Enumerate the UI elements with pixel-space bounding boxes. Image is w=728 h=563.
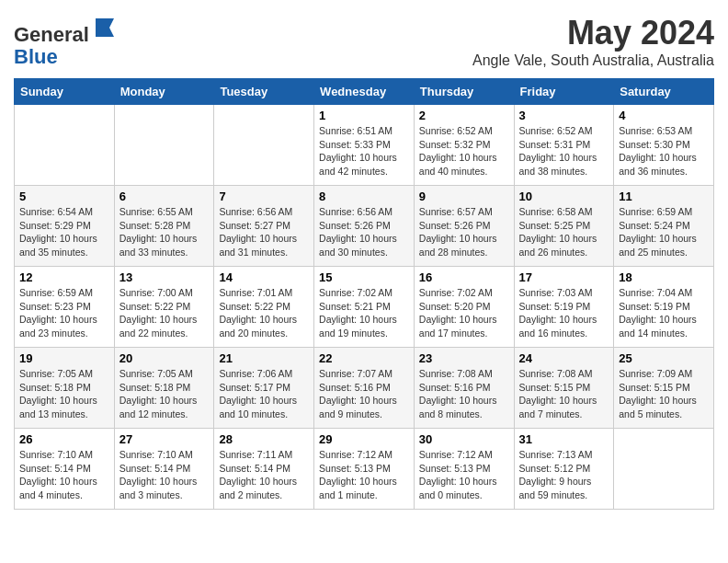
calendar-cell: 20Sunrise: 7:05 AM Sunset: 5:18 PM Dayli… (114, 348, 214, 429)
day-number: 12 (19, 270, 109, 284)
location: Angle Vale, South Australia, Australia (472, 52, 714, 69)
day-number: 7 (219, 190, 309, 203)
calendar-cell (114, 105, 214, 186)
calendar-cell: 25Sunrise: 7:09 AM Sunset: 5:15 PM Dayli… (614, 348, 714, 429)
day-info: Sunrise: 7:04 AM Sunset: 5:19 PM Dayligh… (619, 286, 709, 340)
calendar-cell: 14Sunrise: 7:01 AM Sunset: 5:22 PM Dayli… (214, 267, 314, 348)
day-info: Sunrise: 7:06 AM Sunset: 5:17 PM Dayligh… (219, 367, 309, 421)
calendar-cell: 24Sunrise: 7:08 AM Sunset: 5:15 PM Dayli… (514, 348, 614, 429)
day-number: 14 (219, 270, 309, 284)
calendar-cell: 2Sunrise: 6:52 AM Sunset: 5:32 PM Daylig… (414, 105, 514, 186)
calendar-week-4: 19Sunrise: 7:05 AM Sunset: 5:18 PM Dayli… (15, 348, 714, 429)
calendar-cell: 5Sunrise: 6:54 AM Sunset: 5:29 PM Daylig… (15, 186, 115, 267)
day-number: 20 (119, 351, 210, 365)
day-info: Sunrise: 6:59 AM Sunset: 5:24 PM Dayligh… (619, 205, 709, 259)
day-number: 26 (19, 432, 109, 446)
day-info: Sunrise: 7:03 AM Sunset: 5:19 PM Dayligh… (519, 286, 609, 340)
day-number: 22 (319, 351, 409, 365)
col-saturday: Saturday (614, 79, 714, 105)
day-info: Sunrise: 6:58 AM Sunset: 5:25 PM Dayligh… (519, 205, 609, 259)
day-number: 8 (319, 190, 409, 203)
day-info: Sunrise: 6:52 AM Sunset: 5:31 PM Dayligh… (519, 124, 609, 178)
calendar-cell (614, 429, 714, 510)
calendar-cell (15, 105, 115, 186)
calendar-cell: 3Sunrise: 6:52 AM Sunset: 5:31 PM Daylig… (514, 105, 614, 186)
day-number: 1 (319, 109, 409, 122)
calendar-cell: 28Sunrise: 7:11 AM Sunset: 5:14 PM Dayli… (214, 429, 314, 510)
calendar-table: Sunday Monday Tuesday Wednesday Thursday… (14, 78, 714, 510)
calendar-week-2: 5Sunrise: 6:54 AM Sunset: 5:29 PM Daylig… (15, 186, 714, 267)
calendar-cell: 16Sunrise: 7:02 AM Sunset: 5:20 PM Dayli… (414, 267, 514, 348)
day-info: Sunrise: 6:56 AM Sunset: 5:26 PM Dayligh… (319, 205, 409, 259)
col-monday: Monday (114, 79, 214, 105)
day-number: 30 (419, 432, 509, 446)
day-info: Sunrise: 7:11 AM Sunset: 5:14 PM Dayligh… (219, 448, 309, 502)
day-info: Sunrise: 7:09 AM Sunset: 5:15 PM Dayligh… (619, 367, 709, 421)
day-info: Sunrise: 7:07 AM Sunset: 5:16 PM Dayligh… (319, 367, 409, 421)
logo-general: General (14, 23, 89, 46)
day-number: 31 (519, 432, 609, 446)
calendar-cell: 9Sunrise: 6:57 AM Sunset: 5:26 PM Daylig… (414, 186, 514, 267)
day-number: 25 (619, 351, 709, 365)
day-info: Sunrise: 6:56 AM Sunset: 5:27 PM Dayligh… (219, 205, 309, 259)
day-number: 21 (219, 351, 309, 365)
calendar-cell: 27Sunrise: 7:10 AM Sunset: 5:14 PM Dayli… (114, 429, 214, 510)
calendar-week-5: 26Sunrise: 7:10 AM Sunset: 5:14 PM Dayli… (15, 429, 714, 510)
calendar-cell: 18Sunrise: 7:04 AM Sunset: 5:19 PM Dayli… (614, 267, 714, 348)
day-number: 9 (419, 190, 509, 203)
day-info: Sunrise: 6:59 AM Sunset: 5:23 PM Dayligh… (19, 286, 109, 340)
day-info: Sunrise: 7:01 AM Sunset: 5:22 PM Dayligh… (219, 286, 309, 340)
day-info: Sunrise: 7:10 AM Sunset: 5:14 PM Dayligh… (19, 448, 109, 502)
day-info: Sunrise: 7:05 AM Sunset: 5:18 PM Dayligh… (119, 367, 210, 421)
day-info: Sunrise: 7:02 AM Sunset: 5:20 PM Dayligh… (419, 286, 509, 340)
calendar-cell: 26Sunrise: 7:10 AM Sunset: 5:14 PM Dayli… (15, 429, 115, 510)
calendar-cell (214, 105, 314, 186)
calendar-cell: 29Sunrise: 7:12 AM Sunset: 5:13 PM Dayli… (314, 429, 415, 510)
day-number: 5 (19, 190, 109, 203)
calendar-cell: 7Sunrise: 6:56 AM Sunset: 5:27 PM Daylig… (214, 186, 314, 267)
day-info: Sunrise: 7:08 AM Sunset: 5:16 PM Dayligh… (419, 367, 509, 421)
col-friday: Friday (514, 79, 614, 105)
calendar-cell: 30Sunrise: 7:12 AM Sunset: 5:13 PM Dayli… (414, 429, 514, 510)
calendar-cell: 8Sunrise: 6:56 AM Sunset: 5:26 PM Daylig… (314, 186, 415, 267)
day-number: 28 (219, 432, 309, 446)
header-row: Sunday Monday Tuesday Wednesday Thursday… (15, 79, 714, 105)
title-block: May 2024 Angle Vale, South Australia, Au… (472, 14, 714, 69)
day-number: 19 (19, 351, 109, 365)
logo-blue: Blue (14, 45, 58, 68)
calendar-cell: 4Sunrise: 6:53 AM Sunset: 5:30 PM Daylig… (614, 105, 714, 186)
calendar-cell: 19Sunrise: 7:05 AM Sunset: 5:18 PM Dayli… (15, 348, 115, 429)
calendar-cell: 6Sunrise: 6:55 AM Sunset: 5:28 PM Daylig… (114, 186, 214, 267)
calendar-cell: 1Sunrise: 6:51 AM Sunset: 5:33 PM Daylig… (314, 105, 415, 186)
calendar-cell: 22Sunrise: 7:07 AM Sunset: 5:16 PM Dayli… (314, 348, 415, 429)
day-info: Sunrise: 7:13 AM Sunset: 5:12 PM Dayligh… (519, 448, 609, 502)
day-number: 16 (419, 270, 509, 284)
day-number: 2 (419, 109, 509, 122)
month-title: May 2024 (472, 14, 714, 52)
day-info: Sunrise: 7:00 AM Sunset: 5:22 PM Dayligh… (119, 286, 210, 340)
day-info: Sunrise: 7:08 AM Sunset: 5:15 PM Dayligh… (519, 367, 609, 421)
day-info: Sunrise: 6:51 AM Sunset: 5:33 PM Dayligh… (319, 124, 409, 178)
day-info: Sunrise: 6:57 AM Sunset: 5:26 PM Dayligh… (419, 205, 509, 259)
calendar-cell: 10Sunrise: 6:58 AM Sunset: 5:25 PM Dayli… (514, 186, 614, 267)
day-info: Sunrise: 7:10 AM Sunset: 5:14 PM Dayligh… (119, 448, 210, 502)
calendar-week-1: 1Sunrise: 6:51 AM Sunset: 5:33 PM Daylig… (15, 105, 714, 186)
day-info: Sunrise: 7:12 AM Sunset: 5:13 PM Dayligh… (419, 448, 509, 502)
day-number: 13 (119, 270, 210, 284)
svg-marker-0 (96, 18, 114, 37)
day-info: Sunrise: 7:02 AM Sunset: 5:21 PM Dayligh… (319, 286, 409, 340)
calendar-cell: 23Sunrise: 7:08 AM Sunset: 5:16 PM Dayli… (414, 348, 514, 429)
day-number: 11 (619, 190, 709, 203)
day-number: 29 (319, 432, 409, 446)
logo: General Blue (14, 14, 119, 68)
calendar-cell: 15Sunrise: 7:02 AM Sunset: 5:21 PM Dayli… (314, 267, 415, 348)
day-info: Sunrise: 6:52 AM Sunset: 5:32 PM Dayligh… (419, 124, 509, 178)
col-sunday: Sunday (15, 79, 115, 105)
day-number: 18 (619, 270, 709, 284)
day-info: Sunrise: 6:54 AM Sunset: 5:29 PM Dayligh… (19, 205, 109, 259)
day-number: 24 (519, 351, 609, 365)
col-thursday: Thursday (414, 79, 514, 105)
day-info: Sunrise: 6:53 AM Sunset: 5:30 PM Dayligh… (619, 124, 709, 178)
day-number: 3 (519, 109, 609, 122)
page-header: General Blue May 2024 Angle Vale, South … (14, 14, 714, 69)
